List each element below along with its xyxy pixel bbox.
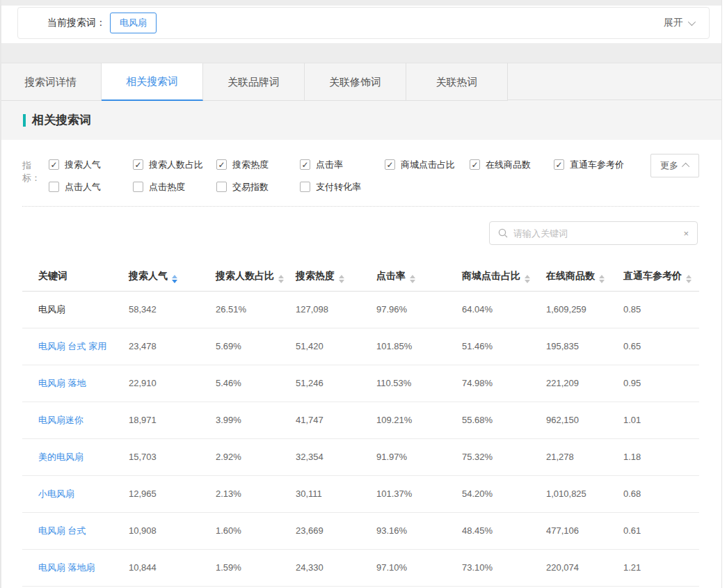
sort-icon[interactable]	[525, 275, 530, 283]
metric-checkbox-search-popularity[interactable]: 搜索人气	[49, 159, 133, 170]
more-button[interactable]: 更多	[650, 154, 699, 177]
checkbox-icon[interactable]	[385, 159, 395, 170]
checkbox-icon[interactable]	[49, 159, 59, 170]
keyword-link[interactable]: 电风扇 台式	[22, 512, 129, 549]
checkbox-icon[interactable]	[470, 159, 480, 170]
metric-label: 直通车参考价	[570, 159, 624, 171]
tab-related-modifier-words[interactable]: 关联修饰词	[305, 63, 406, 101]
cell-value: 51.46%	[462, 328, 546, 365]
cell-value: 1.60%	[216, 512, 296, 549]
keyword-search-input[interactable]	[513, 228, 679, 239]
metric-checkbox-transaction-index[interactable]: 交易指数	[216, 181, 300, 193]
metric-checkbox-click-popularity[interactable]: 点击人气	[49, 181, 133, 193]
cell-value: 1,010,825	[546, 475, 623, 512]
cell-value: 22,910	[129, 365, 216, 402]
sort-icon[interactable]	[410, 275, 415, 283]
metric-checkbox-payment-conversion[interactable]: 支付转化率	[300, 181, 385, 193]
checkbox-icon[interactable]	[216, 182, 227, 192]
metrics-selector: 指标： 搜索人气 搜索人数占比 搜索热度 点击率	[22, 140, 699, 193]
tab-related-hot-words[interactable]: 关联热词	[406, 63, 508, 101]
cell-value: 5.46%	[216, 365, 296, 402]
sort-icon[interactable]	[686, 275, 692, 283]
cell-value: 110.53%	[376, 365, 462, 402]
current-search-term-tag[interactable]: 电风扇	[110, 13, 157, 33]
cell-value: 97.96%	[376, 291, 462, 328]
metric-checkbox-searcher-share[interactable]: 搜索人数占比	[133, 159, 216, 170]
tab-bar-filler	[508, 63, 721, 100]
more-label: 更多	[660, 159, 678, 172]
checkbox-icon[interactable]	[216, 159, 227, 170]
checkbox-icon[interactable]	[133, 182, 143, 192]
table-row: 电风扇迷你18,9713.99%41,747109.21%55.68%962,1…	[22, 402, 699, 438]
metric-checkbox-click-rate[interactable]: 点击率	[300, 159, 385, 170]
cell-value: 2.13%	[216, 475, 296, 512]
checkbox-icon[interactable]	[49, 182, 59, 192]
clear-input-icon[interactable]: ×	[679, 228, 689, 239]
filter-card-band: 当前搜索词： 电风扇 展开	[0, 6, 721, 43]
cell-value: 10,908	[129, 512, 216, 549]
table-row: 美的电风扇15,7032.92%32,35491.97%75.32%21,278…	[22, 438, 699, 475]
cell-value: 195,835	[546, 328, 623, 365]
metric-checkbox-mall-click-share[interactable]: 商城点击占比	[385, 159, 470, 170]
tab-related-search-words[interactable]: 相关搜索词	[102, 63, 203, 101]
cell-value: 26.51%	[216, 291, 296, 328]
table-row: 电风扇 落地22,9105.46%51,246110.53%74.98%221,…	[22, 365, 699, 402]
cell-value: 1.59%	[216, 549, 296, 586]
cell-value: 101.85%	[376, 328, 462, 365]
chevron-up-icon	[682, 163, 689, 170]
sort-icon[interactable]	[278, 275, 284, 283]
cell-value: 220,074	[546, 549, 623, 586]
keyword-link[interactable]: 小电风扇	[22, 475, 129, 512]
sort-icon[interactable]	[172, 275, 177, 283]
cell-value: 23,669	[296, 512, 376, 549]
current-search-filter-card: 当前搜索词： 电风扇 展开	[17, 7, 710, 39]
metric-checkbox-online-products[interactable]: 在线商品数	[470, 159, 554, 170]
tab-related-brand-words[interactable]: 关联品牌词	[203, 63, 305, 101]
expand-button[interactable]: 展开	[664, 17, 694, 29]
related-search-words-table: 关键词 搜索人气 搜索人数占比 搜索热度 点击率 商城点击占比 在线商品数 直通…	[22, 262, 699, 587]
keyword-link[interactable]: 电风扇 落地	[22, 365, 129, 402]
cell-value: 1.01	[623, 402, 699, 438]
keyword-link[interactable]: 电风扇 台式 家用	[22, 328, 129, 365]
checkbox-icon[interactable]	[300, 182, 310, 192]
cell-value: 101.37%	[376, 475, 462, 512]
metric-label: 搜索热度	[232, 159, 269, 171]
cell-value: 51,420	[296, 328, 376, 365]
tab-search-word-detail[interactable]: 搜索词详情	[0, 63, 102, 101]
keyword-link[interactable]: 美的电风扇	[22, 438, 129, 475]
chevron-down-icon	[688, 18, 696, 26]
cell-value: 97.10%	[376, 549, 462, 586]
cell-value: 51,246	[296, 365, 376, 402]
cell-value: 15,703	[129, 438, 216, 475]
metric-label: 商城点击占比	[401, 159, 455, 171]
cell-value: 10,844	[129, 549, 216, 586]
metric-checkbox-click-heat[interactable]: 点击热度	[133, 181, 216, 193]
sort-icon[interactable]	[599, 275, 605, 283]
metric-checkbox-ztc-reference-price[interactable]: 直通车参考价	[554, 159, 624, 170]
column-header-keyword: 关键词	[22, 262, 129, 291]
column-header-search-heat[interactable]: 搜索热度	[296, 262, 376, 291]
cell-value: 0.95	[623, 365, 699, 402]
column-header-searcher-share[interactable]: 搜索人数占比	[216, 262, 296, 291]
column-header-mall-click-share[interactable]: 商城点击占比	[462, 262, 546, 291]
column-header-ztc-reference-price[interactable]: 直通车参考价	[623, 262, 699, 291]
checkbox-icon[interactable]	[554, 159, 564, 170]
column-header-search-popularity[interactable]: 搜索人气	[129, 262, 216, 291]
checkbox-icon[interactable]	[300, 159, 310, 170]
keyword-link[interactable]: 电风扇 落地扇	[22, 549, 129, 586]
page-top-gap	[0, 0, 721, 6]
cell-value: 1.21	[623, 549, 699, 586]
column-header-online-products[interactable]: 在线商品数	[546, 262, 623, 291]
cell-value: 2.92%	[216, 438, 296, 475]
metric-label: 点击热度	[149, 181, 185, 193]
cell-value: 18,971	[129, 402, 216, 438]
metric-checkbox-search-heat[interactable]: 搜索热度	[216, 159, 300, 170]
checkbox-icon[interactable]	[133, 159, 143, 170]
metric-label: 点击人气	[65, 181, 101, 193]
sort-icon[interactable]	[339, 275, 344, 283]
metrics-grid: 搜索人气 搜索人数占比 搜索热度 点击率 商城点击占比	[49, 159, 624, 193]
cell-value: 1,609,259	[546, 291, 623, 328]
cell-value: 0.61	[623, 512, 699, 549]
keyword-link[interactable]: 电风扇迷你	[22, 402, 129, 438]
column-header-click-rate[interactable]: 点击率	[376, 262, 462, 291]
